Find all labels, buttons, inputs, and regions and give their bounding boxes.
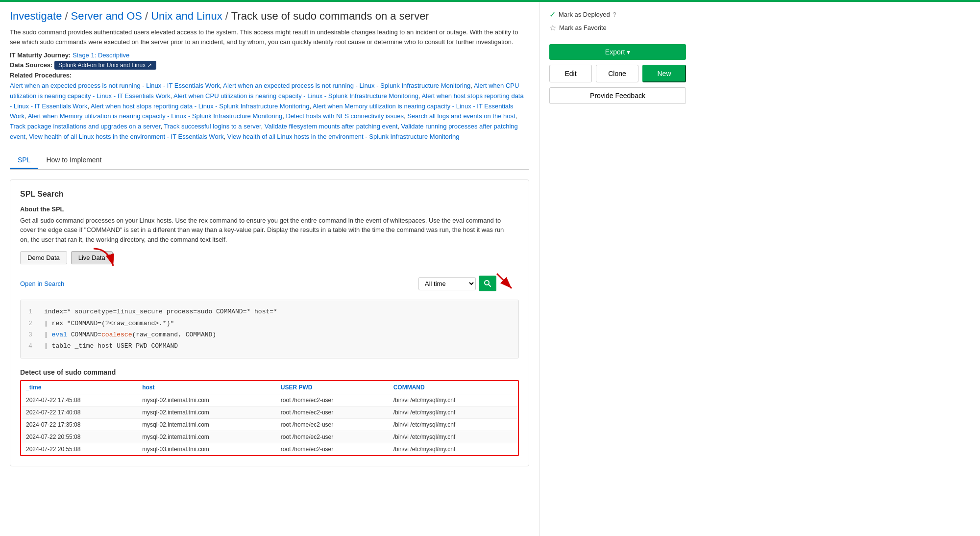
code-line-3: 3 | eval COMMAND=coalesce(raw_command, C… (28, 329, 511, 340)
sidebar: ✓ Mark as Deployed ? ☆ Mark as Favorite … (539, 2, 696, 536)
breadcrumb-sep-1: / (65, 10, 68, 23)
data-sources-label: Data Sources: (10, 61, 52, 69)
sidebar-actions: ✓ Mark as Deployed ? ☆ Mark as Favorite … (549, 10, 686, 104)
mark-deployed-label: Mark as Deployed (559, 11, 610, 18)
line-number-4: 4 (28, 340, 36, 352)
data-source-badge[interactable]: Splunk Add-on for Unix and Linux ↗ (54, 61, 156, 70)
tab-spl[interactable]: SPL (10, 152, 38, 169)
maturity-link[interactable]: Stage 1: Descriptive (73, 51, 129, 59)
related-link-1[interactable]: Alert when an expected process is not ru… (10, 82, 220, 89)
col-header-user-pwd[interactable]: USER PWD (276, 381, 389, 394)
cell-time: 2024-07-22 20:55:08 (21, 431, 137, 443)
about-spl-label: About the SPL (20, 205, 519, 213)
breadcrumb-investigate[interactable]: Investigate (10, 10, 62, 23)
code-line-1: 1 index=* sourcetype=linux_secure proces… (28, 306, 511, 317)
related-link-12[interactable]: Track successful logins to a server (164, 123, 261, 130)
line-number-1: 1 (28, 306, 36, 317)
col-header-host[interactable]: host (137, 381, 276, 394)
col-header-time[interactable]: _time (21, 381, 137, 394)
cell-host: mysql-02.internal.tmi.com (137, 418, 276, 431)
table-row: 2024-07-22 20:55:08 mysql-02.internal.tm… (21, 431, 518, 443)
code-line-2: 2 | rex "COMMAND=(?<raw_command>.*)" (28, 318, 511, 329)
search-icon (484, 280, 491, 287)
cell-user-pwd: root /home/ec2-user (276, 406, 389, 418)
cell-command: /bin/vi /etc/mysql/my.cnf (389, 406, 518, 418)
related-link-6[interactable]: Alert when host stops reporting data - L… (91, 102, 310, 110)
mark-favorite-row[interactable]: ☆ Mark as Favorite (549, 23, 686, 32)
table-row: 2024-07-22 20:55:08 mysql-03.internal.tm… (21, 443, 518, 455)
maturity-row: IT Maturity Journey: Stage 1: Descriptiv… (10, 51, 529, 59)
cell-time: 2024-07-22 17:35:08 (21, 418, 137, 431)
tab-how-to-implement[interactable]: How to Implement (38, 152, 109, 169)
cell-user-pwd: root /home/ec2-user (276, 418, 389, 431)
code-text-2: | rex "COMMAND=(?<raw_command>.*)" (44, 318, 174, 329)
cell-host: mysql-02.internal.tmi.com (137, 431, 276, 443)
provide-feedback-button[interactable]: Provide Feedback (549, 87, 686, 104)
time-range-select[interactable]: All time Last 24 hours Last 7 days (418, 277, 476, 290)
search-button[interactable] (479, 276, 496, 291)
cell-command: /bin/vi /etc/mysql/my.cnf (389, 431, 518, 443)
related-link-15[interactable]: View health of all Linux hosts in the en… (29, 133, 223, 140)
cell-user-pwd: root /home/ec2-user (276, 394, 389, 406)
results-table: _time host USER PWD COMMAND 2024-07-22 1… (21, 381, 518, 455)
cell-host: mysql-03.internal.tmi.com (137, 443, 276, 455)
related-link-9[interactable]: Detect hosts with NFS connectivity issue… (286, 112, 404, 120)
search-controls: All time Last 24 hours Last 7 days (418, 271, 519, 296)
results-table-body: 2024-07-22 17:45:08 mysql-02.internal.tm… (21, 394, 518, 455)
code-text-1: index=* sourcetype=linux_secure process=… (44, 306, 277, 317)
related-link-4[interactable]: Alert when CPU utilization is nearing ca… (173, 92, 418, 100)
cell-host: mysql-02.internal.tmi.com (137, 394, 276, 406)
clone-button[interactable]: Clone (596, 65, 638, 82)
table-row: 2024-07-22 17:40:08 mysql-02.internal.tm… (21, 406, 518, 418)
line-number-2: 2 (28, 318, 36, 329)
red-arrow-annotation-2 (494, 271, 519, 296)
open-in-search-link[interactable]: Open in Search (20, 280, 64, 287)
svg-line-2 (489, 284, 490, 286)
spl-section: SPL Search About the SPL Get all sudo co… (10, 179, 529, 466)
related-link-10[interactable]: Search all logs and events on the host (407, 112, 515, 120)
page-description: The sudo command provides authenticated … (10, 27, 524, 47)
cell-user-pwd: root /home/ec2-user (276, 431, 389, 443)
page-title: Track use of sudo commands on a server (231, 10, 429, 23)
data-sources-row: Data Sources: Splunk Add-on for Unix and… (10, 61, 529, 70)
table-row: 2024-07-22 17:45:08 mysql-02.internal.tm… (21, 394, 518, 406)
cell-command: /bin/vi /etc/mysql/my.cnf (389, 418, 518, 431)
demo-data-button[interactable]: Demo Data (20, 251, 67, 264)
cell-user-pwd: root /home/ec2-user (276, 443, 389, 455)
code-text-4: | table _time host USER PWD COMMAND (44, 340, 178, 352)
export-button[interactable]: Export ▾ (549, 44, 686, 60)
col-header-command[interactable]: COMMAND (389, 381, 518, 394)
star-icon: ☆ (549, 23, 556, 32)
deployed-question-mark: ? (613, 11, 616, 18)
breadcrumb-sep-2: / (145, 10, 148, 23)
related-link-16[interactable]: View health of all Linux hosts in the en… (227, 133, 460, 140)
breadcrumb-unix-linux[interactable]: Unix and Linux (151, 10, 222, 23)
results-wrapper: _time host USER PWD COMMAND 2024-07-22 1… (20, 380, 519, 456)
red-arrow-annotation-1 (84, 246, 123, 276)
table-row: 2024-07-22 17:35:08 mysql-02.internal.tm… (21, 418, 518, 431)
related-link-13[interactable]: Validate filesystem mounts after patchin… (265, 123, 397, 130)
cell-time: 2024-07-22 17:45:08 (21, 394, 137, 406)
related-link-11[interactable]: Track package installations and upgrades… (10, 123, 160, 130)
code-text-3: | eval COMMAND=coalesce(raw_command, COM… (44, 329, 216, 340)
code-block: 1 index=* sourcetype=linux_secure proces… (20, 300, 519, 358)
breadcrumb-sep-3: / (225, 10, 228, 23)
line-number-3: 3 (28, 329, 36, 340)
code-line-4: 4 | table _time host USER PWD COMMAND (28, 340, 511, 352)
cell-host: mysql-02.internal.tmi.com (137, 406, 276, 418)
tab-bar: SPL How to Implement (10, 152, 529, 170)
related-link-2[interactable]: Alert when an expected process is not ru… (223, 82, 470, 89)
new-button[interactable]: New (642, 65, 686, 82)
related-link-8[interactable]: Alert when Memory utilization is nearing… (28, 112, 283, 120)
related-procedures: Alert when an expected process is not ru… (10, 81, 524, 142)
about-spl-text: Get all sudo command processes on your L… (20, 216, 510, 245)
breadcrumb: Investigate / Server and OS / Unix and L… (10, 10, 529, 23)
breadcrumb-server-os[interactable]: Server and OS (71, 10, 143, 23)
action-buttons-row: Edit Clone New (549, 65, 686, 82)
mark-deployed-row[interactable]: ✓ Mark as Deployed ? (549, 10, 686, 19)
results-table-header: _time host USER PWD COMMAND (21, 381, 518, 394)
spl-section-title: SPL Search (20, 190, 519, 199)
sidebar-meta: ✓ Mark as Deployed ? ☆ Mark as Favorite (549, 10, 686, 32)
edit-button[interactable]: Edit (549, 65, 592, 82)
deployed-check-icon: ✓ (549, 10, 556, 19)
